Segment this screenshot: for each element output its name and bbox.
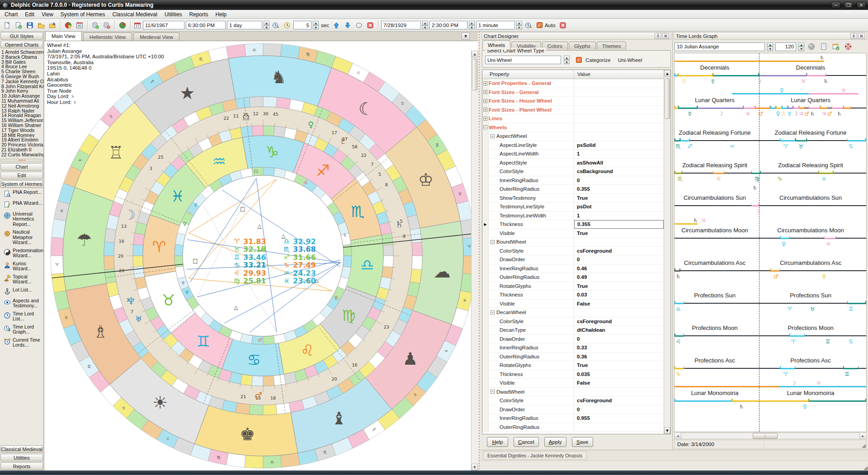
expand-icon[interactable]: −	[491, 134, 495, 138]
cancel-button[interactable]: Cancel	[514, 437, 539, 447]
clockB-button[interactable]	[524, 20, 533, 30]
arrowUp-button[interactable]	[331, 20, 341, 30]
chart-list-item[interactable]: 10 Julian Assange	[1, 94, 43, 99]
chart-list-item[interactable]: 20 Princess Victoria	[1, 142, 43, 147]
property-value[interactable]: True	[574, 194, 664, 202]
expand-icon[interactable]: +	[483, 117, 487, 121]
minimize-button[interactable]: ─	[831, 2, 840, 9]
property-row[interactable]: RotateGlyphsTrue	[482, 282, 664, 291]
property-row[interactable]: −AspectWheel	[482, 132, 664, 141]
sidebar-item-time-lord-graph[interactable]: Time Lord Graph...	[0, 323, 43, 336]
property-row[interactable]: AspectLineWidth1	[482, 150, 664, 159]
property-value[interactable]	[574, 79, 664, 88]
animate-time-field[interactable]: 6:30:00 PM	[186, 21, 226, 29]
chart-list-item[interactable]: 14 Ronald Reagan	[1, 113, 43, 118]
clockB-button[interactable]	[271, 20, 281, 30]
classical-medieval-section-button[interactable]: Classical Medieval	[0, 445, 43, 453]
auto-checkbox[interactable]: ✓	[537, 22, 542, 28]
target-date-field[interactable]: 7/28/1929	[381, 21, 421, 29]
expand-icon[interactable]: −	[491, 390, 495, 394]
folderPaste-button[interactable]	[47, 20, 57, 30]
property-row[interactable]: Thickness0.03	[482, 291, 664, 300]
gui-styles-button[interactable]: GUI Styles	[0, 32, 43, 40]
property-row[interactable]: InnerRingRadius0	[482, 176, 664, 185]
edit-section-button[interactable]: Edit	[0, 172, 43, 179]
sidebar-item-time-lord-list[interactable]: Time Lord List...	[0, 310, 43, 323]
xRed-button[interactable]	[365, 20, 375, 30]
menu-classical-medieval[interactable]: Classical Medieval	[109, 10, 161, 19]
property-row[interactable]: ColorStylecsBackground	[482, 167, 664, 176]
chart-list-item[interactable]: 15 William Jefferson C	[1, 118, 43, 123]
chart-list-item[interactable]: 13 Ralph Nader	[1, 108, 43, 113]
property-row[interactable]: AspectStyleasShowAll	[482, 159, 664, 168]
property-value[interactable]: csForeground	[574, 317, 664, 326]
grid-scrollbar[interactable]: ▲ ▼	[664, 70, 670, 434]
apply-button[interactable]: Apply	[544, 437, 566, 447]
scroll-left-icon[interactable]: ◄	[675, 433, 681, 439]
property-row[interactable]: ▶Thickness0.355	[482, 220, 664, 229]
expand-icon[interactable]: −	[491, 310, 495, 315]
new-graph-button[interactable]	[819, 42, 829, 52]
sidebar-item-predomination-wizard[interactable]: Predomination Wizard...	[0, 247, 43, 260]
chart-list-item[interactable]: 5 Charlie Sheen	[1, 69, 43, 74]
pieG-button[interactable]	[118, 20, 127, 30]
graph-span-spinner[interactable]: ▲▼	[798, 42, 804, 51]
property-row[interactable]: TestimonyLineWidth1	[482, 212, 664, 221]
chart-list-item[interactable]: 18 Mitt Romney	[1, 133, 43, 138]
scroll-up-icon[interactable]: ▲	[472, 51, 478, 57]
maximize-button[interactable]: ❐	[844, 2, 853, 9]
target-date-spinner[interactable]: ▲▼	[422, 21, 428, 29]
property-value[interactable]: csBackground	[574, 167, 664, 176]
chart-list-item[interactable]: 4 Bruce Lee	[1, 64, 43, 69]
clockY-button[interactable]	[282, 20, 292, 30]
folderOpen-button[interactable]	[36, 20, 46, 30]
categorize-checkbox[interactable]: ✓	[576, 57, 582, 63]
arrowDown-button[interactable]	[343, 20, 353, 30]
system-of-hermes-section-button[interactable]: System of Hermes	[0, 180, 43, 188]
animate-step-spinner[interactable]: ▲▼	[264, 21, 269, 29]
hscroll-thumb[interactable]: ║	[753, 433, 778, 439]
property-value[interactable]: 0.955	[574, 414, 664, 423]
property-row[interactable]: OuterRingRadius0.49	[482, 273, 664, 282]
tab-main-view[interactable]: Main View	[45, 31, 82, 41]
sidebar-item-aspects-and-testimony[interactable]: Aspects and Testimony...	[0, 297, 43, 310]
property-row[interactable]: InnerRingRadius0.46	[482, 264, 664, 273]
sidebar-item-universal-hermetics-report[interactable]: Universal Hermetics Report...	[0, 210, 43, 229]
property-value[interactable]: True	[574, 361, 664, 370]
chart-list-item[interactable]: 21 Elizabeth II	[1, 147, 43, 152]
chart-list-item[interactable]: 8 John Fitzgerald Ker	[1, 84, 43, 89]
expand-icon[interactable]: +	[483, 90, 487, 94]
chart-list-item[interactable]: 11 Muhammad Ali	[1, 99, 43, 103]
menu-system-of-hermes[interactable]: System of Hermes	[57, 10, 109, 19]
property-row[interactable]: InnerRingRadius0.955	[482, 414, 664, 423]
property-value[interactable]: True	[574, 282, 664, 291]
property-value[interactable]: False	[574, 379, 664, 387]
property-value[interactable]: 0.36	[574, 353, 664, 361]
property-row[interactable]: ColorStylecsForeground	[482, 396, 664, 405]
expand-icon[interactable]: −	[491, 240, 495, 244]
tab-medieval-view[interactable]: Medieval View	[133, 33, 179, 41]
chart-list-item[interactable]: 17 Tiger Woods	[1, 128, 43, 133]
pin-icon[interactable]	[655, 33, 661, 39]
wheel-type-select[interactable]: Uni-Wheel	[485, 56, 561, 64]
property-row[interactable]: −DecanWheel	[482, 308, 664, 317]
utilities-section-button[interactable]: Utilities	[0, 454, 43, 461]
main-vertical-scrollbar[interactable]: ▲ ▼	[471, 51, 478, 470]
property-value[interactable]	[574, 123, 664, 132]
scroll-right-icon[interactable]: ►	[859, 433, 866, 439]
animate-step-select[interactable]: 1 day	[227, 21, 262, 29]
property-row[interactable]: +Font Properties - General	[482, 79, 664, 88]
property-value[interactable]: 0	[574, 255, 664, 264]
property-row[interactable]: ColorStylecsForeground	[482, 247, 664, 256]
property-row[interactable]: +Font Sizes - House Wheel	[482, 97, 664, 106]
property-value[interactable]: 0.035	[574, 370, 664, 379]
chart-list-item[interactable]: 16 William Shatner	[1, 123, 43, 128]
interval-spinner[interactable]: ▲▼	[313, 21, 319, 29]
sidebar-item-kurios-wizard[interactable]: Kurios Wizard...	[0, 260, 43, 273]
dbCheck-button[interactable]	[90, 20, 100, 30]
menu-chart[interactable]: Chart	[1, 10, 21, 19]
toolbar-overflow-button[interactable]: ▼	[462, 33, 470, 40]
animate-date-field[interactable]: 11/6/1967	[143, 21, 184, 29]
chart-list-item[interactable]: 12 Neil Armstrong	[1, 103, 43, 108]
xRed-button[interactable]	[558, 20, 568, 30]
